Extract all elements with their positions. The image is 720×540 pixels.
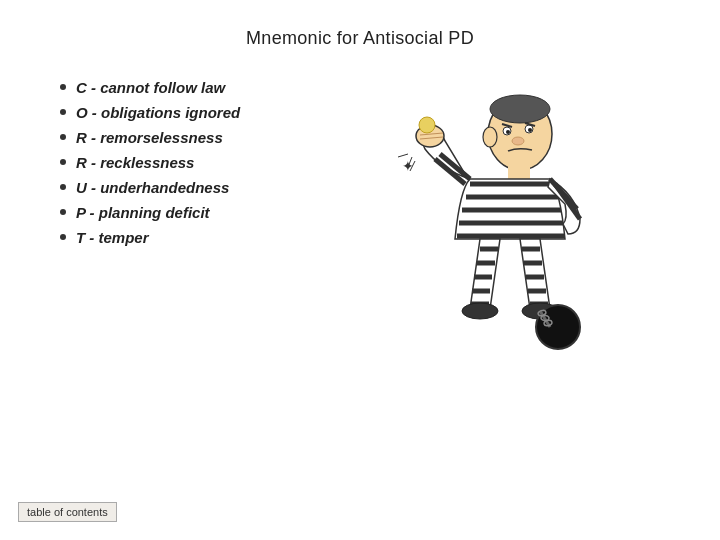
bullet-item: O - obligations ignored bbox=[60, 104, 240, 121]
bullet-text: R - recklessness bbox=[76, 154, 194, 171]
bullet-text: O - obligations ignored bbox=[76, 104, 240, 121]
bullet-dot bbox=[60, 134, 66, 140]
illustration-area: ✦ bbox=[240, 79, 720, 399]
svg-point-6 bbox=[528, 128, 532, 132]
bullet-dot bbox=[60, 84, 66, 90]
bullet-item: P - planning deficit bbox=[60, 204, 240, 221]
svg-text:✦: ✦ bbox=[402, 158, 414, 174]
svg-line-41 bbox=[398, 154, 408, 157]
content-area: C - cannot follow lawO - obligations ign… bbox=[0, 69, 720, 399]
bullet-dot bbox=[60, 209, 66, 215]
bullet-text: T - temper bbox=[76, 229, 149, 246]
bullet-text: P - planning deficit bbox=[76, 204, 210, 221]
bullet-item: R - remorselessness bbox=[60, 129, 240, 146]
svg-point-5 bbox=[506, 130, 510, 134]
bullet-dot bbox=[60, 234, 66, 240]
slide-title: Mnemonic for Antisocial PD bbox=[0, 0, 720, 69]
svg-point-9 bbox=[512, 137, 524, 145]
prisoner-illustration: ✦ bbox=[380, 79, 600, 399]
bullet-item: C - cannot follow law bbox=[60, 79, 240, 96]
bullet-text: U - underhandedness bbox=[76, 179, 229, 196]
bullet-dot bbox=[60, 109, 66, 115]
svg-rect-11 bbox=[508, 164, 530, 179]
svg-point-2 bbox=[490, 95, 550, 123]
svg-point-1 bbox=[483, 127, 497, 147]
bullet-text: C - cannot follow law bbox=[76, 79, 225, 96]
toc-button[interactable]: table of contents bbox=[18, 502, 117, 522]
bullet-item: T - temper bbox=[60, 229, 240, 246]
svg-point-36 bbox=[536, 305, 580, 349]
slide: Mnemonic for Antisocial PD C - cannot fo… bbox=[0, 0, 720, 540]
bullet-list: C - cannot follow lawO - obligations ign… bbox=[60, 79, 240, 254]
svg-point-34 bbox=[462, 303, 498, 319]
bullet-text: R - remorselessness bbox=[76, 129, 223, 146]
bullet-dot bbox=[60, 184, 66, 190]
bullet-item: R - recklessness bbox=[60, 154, 240, 171]
bullet-dot bbox=[60, 159, 66, 165]
svg-point-44 bbox=[419, 117, 435, 133]
bullet-item: U - underhandedness bbox=[60, 179, 240, 196]
